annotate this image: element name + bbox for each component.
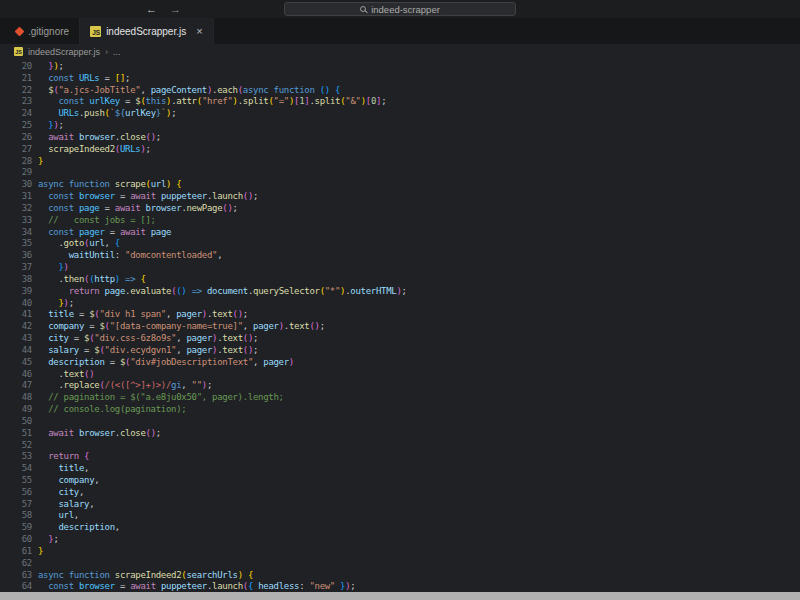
code-line[interactable]: 32 const page = await browser.newPage(); — [0, 203, 800, 215]
code-line[interactable]: 40 }); — [0, 298, 800, 310]
code-line[interactable]: 27 scrapeIndeed2(URLs); — [0, 144, 800, 156]
line-number: 46 — [0, 369, 32, 381]
js-icon: JS — [14, 47, 23, 56]
line-number: 60 — [0, 534, 32, 546]
code-line[interactable]: 42 company = $("[data-company-name=true]… — [0, 321, 800, 333]
line-number: 36 — [0, 250, 32, 262]
line-number: 43 — [0, 333, 32, 345]
code-line[interactable]: 31 const browser = await puppeteer.launc… — [0, 191, 800, 203]
chevron-right-icon: › — [105, 47, 108, 57]
code-text: } — [32, 546, 43, 558]
code-line[interactable]: 63async function scrapeIndeed2(searchUrl… — [0, 570, 800, 582]
code-line[interactable]: 37 }) — [0, 262, 800, 274]
code-line[interactable]: 56 city, — [0, 487, 800, 499]
code-text: const pager = await page — [32, 227, 171, 239]
code-line[interactable]: 53 return { — [0, 451, 800, 463]
line-number: 41 — [0, 309, 32, 321]
tab-indeedscrapper[interactable]: JS indeedScrapper.js × — [80, 18, 214, 44]
code-line[interactable]: 35 .goto(url, { — [0, 238, 800, 250]
breadcrumb[interactable]: JS indeedScrapper.js › ... — [0, 44, 800, 59]
code-line[interactable]: 38 .then((http) => { — [0, 274, 800, 286]
back-icon[interactable]: ← — [146, 3, 157, 15]
code-line[interactable]: 50 — [0, 416, 800, 428]
breadcrumb-file[interactable]: indeedScrapper.js — [28, 47, 100, 57]
code-line[interactable]: 47 .replace(/(<([^>]+)>)/gi, ""); — [0, 380, 800, 392]
line-number: 23 — [0, 96, 32, 108]
code-text: title = $("div h1 span", pager).text(); — [32, 309, 248, 321]
code-line[interactable]: 44 salary = $("div.ecydgvn1", pager).tex… — [0, 345, 800, 357]
code-line[interactable]: 36 waitUntil: "domcontentloaded", — [0, 250, 800, 262]
code-line[interactable]: 26 await browser.close(); — [0, 132, 800, 144]
code-line[interactable]: 39 return page.evaluate(() => document.q… — [0, 286, 800, 298]
code-line[interactable]: 61} — [0, 546, 800, 558]
line-number: 24 — [0, 108, 32, 120]
close-icon[interactable]: × — [196, 26, 202, 37]
code-text: title, — [32, 463, 89, 475]
code-text: async function scrapeIndeed2(searchUrls)… — [32, 570, 253, 582]
line-number: 29 — [0, 167, 32, 179]
code-text: const browser = await puppeteer.launch({… — [32, 581, 355, 592]
code-text: } — [32, 156, 43, 168]
code-text: // pagination = $("a.e8ju0x50", pager).l… — [32, 392, 284, 404]
code-line[interactable]: 48 // pagination = $("a.e8ju0x50", pager… — [0, 392, 800, 404]
line-number: 45 — [0, 357, 32, 369]
line-number: 61 — [0, 546, 32, 558]
code-line[interactable]: 58 url, — [0, 510, 800, 522]
tab-gitignore[interactable]: .gitignore — [6, 18, 80, 44]
line-number: 25 — [0, 120, 32, 132]
code-line[interactable]: 59 description, — [0, 522, 800, 534]
code-line[interactable]: 25 }); — [0, 120, 800, 132]
code-text: // const jobs = []; — [32, 215, 156, 227]
command-center-search[interactable]: indeed-scrapper — [284, 2, 516, 16]
code-text: return { — [32, 451, 89, 463]
line-number: 58 — [0, 510, 32, 522]
code-line[interactable]: 60 }; — [0, 534, 800, 546]
code-line[interactable]: 57 salary, — [0, 499, 800, 511]
code-text: // console.log(pagination); — [32, 404, 186, 416]
git-icon — [15, 26, 25, 36]
code-text: const page = await browser.newPage(); — [32, 203, 238, 215]
code-line[interactable]: 49 // console.log(pagination); — [0, 404, 800, 416]
code-line[interactable]: 24 URLs.push(`${urlKey}`); — [0, 108, 800, 120]
code-text: }) — [32, 262, 69, 274]
code-text: scrapeIndeed2(URLs); — [32, 144, 151, 156]
code-line[interactable]: 55 company, — [0, 475, 800, 487]
line-number: 22 — [0, 85, 32, 97]
desktop-strip — [0, 592, 800, 600]
code-line[interactable]: 43 city = $("div.css-6z8o9s", pager).tex… — [0, 333, 800, 345]
code-line[interactable]: 54 title, — [0, 463, 800, 475]
breadcrumb-ellipsis[interactable]: ... — [113, 47, 121, 57]
line-number: 27 — [0, 144, 32, 156]
line-number: 51 — [0, 428, 32, 440]
code-line[interactable]: 51 await browser.close(); — [0, 428, 800, 440]
code-line[interactable]: 52 — [0, 440, 800, 452]
code-text: const URLs = []; — [32, 73, 130, 85]
code-text: description = $("div#jobDescriptionText"… — [32, 357, 294, 369]
code-text: .goto(url, { — [32, 238, 120, 250]
code-text: company = $("[data-company-name=true]", … — [32, 321, 325, 333]
code-line[interactable]: 22 $("a.jcs-JobTitle", pageContent).each… — [0, 85, 800, 97]
line-number: 28 — [0, 156, 32, 168]
code-line[interactable]: 23 const urlKey = $(this).attr("href").s… — [0, 96, 800, 108]
code-line[interactable]: 41 title = $("div h1 span", pager).text(… — [0, 309, 800, 321]
line-number: 42 — [0, 321, 32, 333]
code-text: city = $("div.css-6z8o9s", pager).text()… — [32, 333, 258, 345]
line-number: 44 — [0, 345, 32, 357]
code-line[interactable]: 34 const pager = await page — [0, 227, 800, 239]
code-line[interactable]: 29 — [0, 167, 800, 179]
vscode-window: ← → indeed-scrapper .gitignore JS indeed… — [0, 0, 800, 600]
code-line[interactable]: 33 // const jobs = []; — [0, 215, 800, 227]
code-line[interactable]: 62 — [0, 558, 800, 570]
code-line[interactable]: 30async function scrape(url) { — [0, 179, 800, 191]
code-line[interactable]: 45 description = $("div#jobDescriptionTe… — [0, 357, 800, 369]
line-number: 37 — [0, 262, 32, 274]
line-number: 26 — [0, 132, 32, 144]
forward-icon[interactable]: → — [170, 3, 181, 15]
code-line[interactable]: 20 }); — [0, 61, 800, 73]
code-line[interactable]: 21 const URLs = []; — [0, 73, 800, 85]
code-line[interactable]: 46 .text() — [0, 369, 800, 381]
titlebar: ← → indeed-scrapper — [0, 0, 800, 18]
code-line[interactable]: 28} — [0, 156, 800, 168]
code-line[interactable]: 64 const browser = await puppeteer.launc… — [0, 581, 800, 592]
code-editor[interactable]: 20 });21 const URLs = [];22 $("a.jcs-Job… — [0, 59, 800, 592]
